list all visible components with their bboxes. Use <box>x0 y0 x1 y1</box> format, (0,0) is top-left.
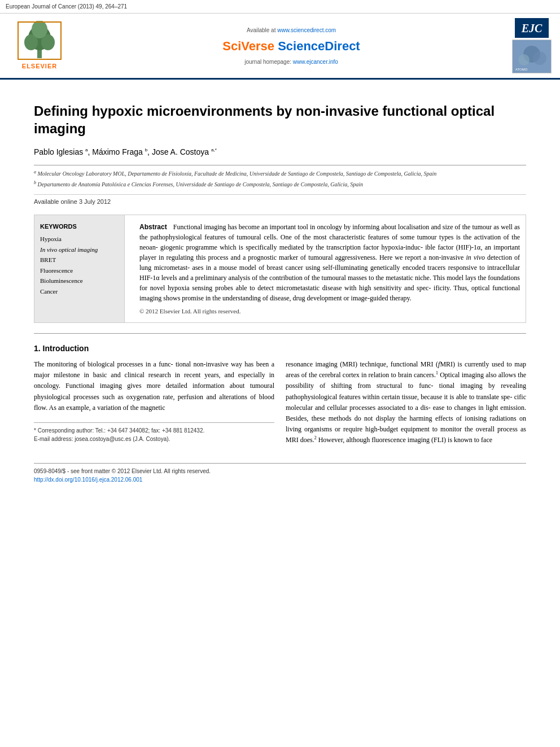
keywords-box: KEYWORDS Hypoxia In vivo optical imaging… <box>34 215 125 323</box>
top-bar: European Journal of Cancer (2013) 49, 26… <box>0 0 560 14</box>
intro-heading: 1. Introduction <box>34 343 526 355</box>
sciencedirect-link[interactable]: www.sciencedirect.com <box>277 27 336 33</box>
ejc-logo: EJC ATOMO <box>509 18 554 73</box>
ejc-label: EJC <box>522 20 542 37</box>
abstract-text: Abstract Functional imaging has become a… <box>139 222 520 303</box>
fmri-italic: f <box>438 360 440 368</box>
ejcancer-link[interactable]: www.ejcancer.info <box>293 59 338 65</box>
sciverse-sciencedirect-logo: SciVerse ScienceDirect <box>222 37 360 55</box>
svg-point-4 <box>32 21 47 38</box>
section-divider <box>34 333 526 334</box>
abstract-label: Abstract <box>139 223 167 231</box>
author-sup-b: b <box>145 148 147 153</box>
keyword-cancer: Cancer <box>40 287 119 296</box>
article-content: Defining hypoxic microenvironments by no… <box>0 80 560 495</box>
elsevier-tree-icon <box>17 21 62 60</box>
author-sup-a: a <box>85 148 88 153</box>
affiliation-a: a Molecular Oncology Laboratory MOL, Dep… <box>34 169 526 178</box>
keywords-title: KEYWORDS <box>40 222 119 231</box>
keyword-bioluminescence: Bioluminescence <box>40 276 119 286</box>
affiliation-b-text: Departamento de Anatomía Patolóxica e Ci… <box>38 181 364 187</box>
footnote-corresponding: * Corresponding author: Tel.: +34 647 34… <box>34 426 274 435</box>
affiliation-b: b Departamento de Anatomía Patolóxica e … <box>34 180 526 189</box>
page-footer: 0959-8049/$ - see front matter © 2012 El… <box>34 463 526 484</box>
intro-text-left: The monitoring of biological processes i… <box>34 359 274 413</box>
header-center: Available at www.sciencedirect.com SciVe… <box>79 18 504 73</box>
intro-col-left: The monitoring of biological processes i… <box>34 359 274 446</box>
journal-citation: European Journal of Cancer (2013) 49, 26… <box>6 3 127 10</box>
aff-label-a: a <box>34 169 36 174</box>
available-at-text: Available at www.sciencedirect.com <box>247 26 336 34</box>
ref-2: 2 <box>314 435 317 440</box>
abstract-keywords-row: KEYWORDS Hypoxia In vivo optical imaging… <box>34 215 526 324</box>
intro-two-col: The monitoring of biological processes i… <box>34 359 526 446</box>
available-online: Available online 3 July 2012 <box>34 194 526 207</box>
keyword-fluorescence: Fluorescence <box>40 266 119 276</box>
svg-text:ATOMO: ATOMO <box>515 68 528 71</box>
svg-point-8 <box>518 54 530 65</box>
svg-rect-0 <box>37 49 42 58</box>
ejc-box: EJC <box>515 18 549 38</box>
intro-text-right: resonance imaging (MRI) technique, funct… <box>286 359 526 446</box>
ejc-decorative-image: ATOMO <box>513 40 551 73</box>
invivo-italic: in vivo <box>466 254 485 261</box>
footer-issn: 0959-8049/$ - see front matter © 2012 El… <box>34 467 526 475</box>
elsevier-logo: ELSEVIER <box>6 18 73 73</box>
author-sup-a2: a,* <box>211 148 217 153</box>
journal-header: ELSEVIER Available at www.sciencedirect.… <box>0 14 560 80</box>
homepage-text: journal homepage: www.ejcancer.info <box>244 58 338 66</box>
affiliations: a Molecular Oncology Laboratory MOL, Dep… <box>34 165 526 189</box>
ejc-image: ATOMO <box>512 40 552 73</box>
aff-label-b: b <box>34 180 36 185</box>
article-title: Defining hypoxic microenvironments by no… <box>34 102 526 137</box>
footnote-area: * Corresponding author: Tel.: +34 647 34… <box>34 422 274 443</box>
ref-1: 1 <box>436 370 438 375</box>
keyword-hypoxia: Hypoxia <box>40 234 119 244</box>
copyright: © 2012 Elsevier Ltd. All rights reserved… <box>139 307 520 316</box>
footer-doi: http://dx.doi.org/10.1016/j.ejca.2012.06… <box>34 475 526 484</box>
keyword-bret: BRET <box>40 255 119 265</box>
intro-col-right: resonance imaging (MRI) technique, funct… <box>286 359 526 446</box>
abstract-box: Abstract Functional imaging has become a… <box>134 215 526 323</box>
authors: Pablo Iglesias a, Máximo Fraga b, Jose A… <box>34 146 526 158</box>
svg-point-9 <box>533 51 546 65</box>
affiliation-a-text: Molecular Oncology Laboratory MOL, Depar… <box>38 171 437 177</box>
sciverse-text: SciVerse <box>222 39 278 53</box>
keyword-invivo: In vivo optical imaging <box>40 245 119 255</box>
footnote-email: E-mail address: josea.costoya@usc.es (J.… <box>34 435 274 443</box>
elsevier-label: ELSEVIER <box>22 62 57 71</box>
sciencedirect-text: ScienceDirect <box>278 39 360 53</box>
corresponding-author-text: * Corresponding author: Tel.: +34 647 34… <box>34 427 204 434</box>
email-text: E-mail address: josea.costoya@usc.es (J.… <box>34 436 170 442</box>
doi-link[interactable]: http://dx.doi.org/10.1016/j.ejca.2012.06… <box>34 477 142 483</box>
